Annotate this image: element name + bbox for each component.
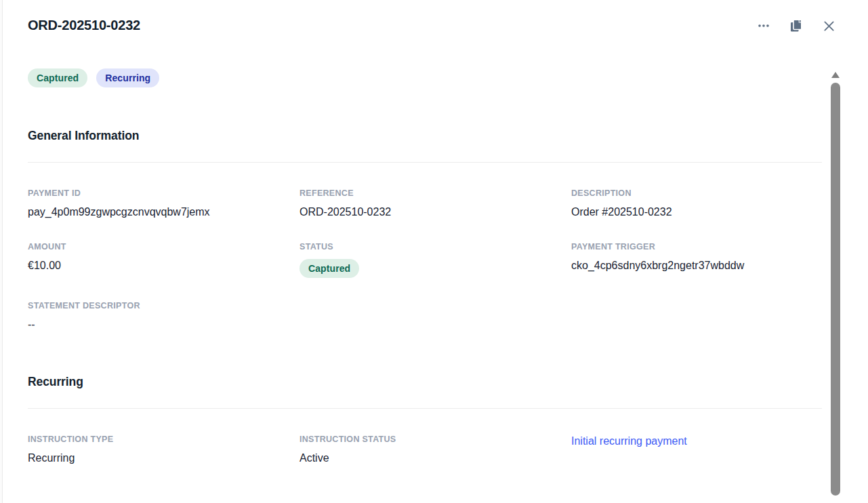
field-value: -- [28,318,299,331]
initial-recurring-payment-link[interactable]: Initial recurring payment [571,435,687,447]
recurring-grid: INSTRUCTION TYPE Recurring INSTRUCTION S… [28,435,822,465]
status-badge-recurring: Recurring [96,68,159,87]
field-value: Recurring [28,451,299,465]
section-heading: General Information [28,129,822,143]
field-label: AMOUNT [28,242,299,252]
field-instruction-status: INSTRUCTION STATUS Active [299,435,571,465]
order-detail-body: Captured Recurring General Information P… [28,68,822,465]
general-information-grid: PAYMENT ID pay_4p0m99zgwpcgzcnvqvqbw7jem… [28,188,822,331]
page-title: ORD-202510-0232 [28,18,140,33]
copy-icon [789,18,804,33]
field-label: INSTRUCTION TYPE [28,435,299,444]
field-value: cko_4cp6sdny6xbrg2ngetr37wbddw [571,259,822,273]
copy-button[interactable] [789,18,804,33]
field-value: Captured [299,259,571,278]
scroll-up-arrow-icon[interactable] [831,72,840,78]
field-label: INSTRUCTION STATUS [299,435,571,444]
field-label: STATUS [299,242,571,252]
field-reference: REFERENCE ORD-202510-0232 [299,188,571,219]
more-options-button[interactable] [756,18,771,33]
status-badge-captured: Captured [299,259,359,278]
section-divider [28,408,822,409]
field-label: STATEMENT DESCRIPTOR [28,301,299,310]
field-status: STATUS Captured [299,242,571,278]
field-value: €10.00 [28,259,299,273]
status-badge-captured: Captured [28,68,87,87]
field-label: REFERENCE [299,188,571,198]
field-value: ORD-202510-0232 [299,205,571,219]
ellipsis-icon [756,18,771,33]
field-statement-descriptor: STATEMENT DESCRIPTOR -- [28,301,299,331]
field-label: PAYMENT TRIGGER [571,242,822,252]
field-initial-recurring-payment: Initial recurring payment [571,435,822,465]
section-recurring: Recurring INSTRUCTION TYPE Recurring INS… [28,375,822,465]
section-divider [28,162,822,163]
field-payment-id: PAYMENT ID pay_4p0m99zgwpcgzcnvqvqbw7jem… [28,188,299,219]
field-payment-trigger: PAYMENT TRIGGER cko_4cp6sdny6xbrg2ngetr3… [571,242,822,278]
scrollbar-thumb[interactable] [831,83,840,496]
header-actions [756,18,836,33]
field-instruction-type: INSTRUCTION TYPE Recurring [28,435,299,465]
close-icon [822,19,836,33]
field-label: PAYMENT ID [28,188,299,198]
field-value: pay_4p0m99zgwpcgzcnvqvqbw7jemx [28,205,299,219]
field-label: DESCRIPTION [571,188,822,198]
vertical-scrollbar[interactable] [831,70,840,503]
field-description: DESCRIPTION Order #202510-0232 [571,188,822,219]
order-detail-header: ORD-202510-0232 [0,0,868,49]
section-heading: Recurring [28,375,822,389]
section-general-information: General Information PAYMENT ID pay_4p0m9… [28,129,822,331]
close-button[interactable] [821,18,836,33]
background-page-edge [0,0,3,503]
field-value: Order #202510-0232 [571,205,822,219]
field-value: Active [299,451,571,465]
field-amount: AMOUNT €10.00 [28,242,299,278]
status-badges: Captured Recurring [28,68,822,87]
